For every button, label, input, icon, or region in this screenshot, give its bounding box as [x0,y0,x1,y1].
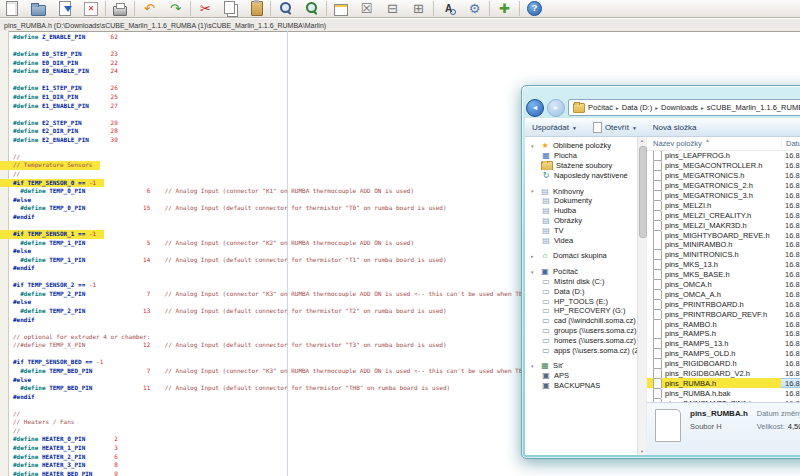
nav-item-apps-users-soma-cz-z[interactable]: ▭apps (\\users.soma.cz) (Z [531,345,637,355]
plugins-icon[interactable]: ✚ [497,1,512,16]
editor-tab-title: pins_RUMBA.h (D:\Downloads\sCUBE_Marlin_… [4,22,326,29]
file-row[interactable]: pins_RAMPS_OLD.h16.8.2018 13:57 [647,349,800,359]
nav-section-po-ta-[interactable]: ▾▣Počítač [531,267,637,277]
cascade-windows-icon[interactable]: ⊟ [385,1,400,16]
command-uspo-dat[interactable]: Uspořádat▼ [532,123,577,132]
font-zoom-icon[interactable] [441,1,456,16]
scroll-down-icon[interactable]: ▼ [638,449,646,454]
print-icon[interactable] [113,6,127,16]
file-row[interactable]: pins_MEGACONTROLLER.h16.8.2018 13:57 [647,161,800,171]
file-row[interactable]: pins_MKS_13.h16.8.2018 13:57 [647,260,800,270]
redo-icon[interactable]: ↷ [168,1,183,16]
scroll-thumb[interactable] [639,146,647,238]
new-window-icon[interactable] [334,4,348,16]
editor-toolbar: ↶↷✂☒⊟⊞⚙✚ [0,0,800,18]
nav-item-hudba[interactable]: ▤Hudba [531,206,637,216]
file-row[interactable]: pins_MKS_BASE.h16.8.2018 13:57 [647,270,800,280]
help-icon[interactable] [527,1,542,16]
save-file-icon[interactable] [59,1,71,16]
command-otev-t[interactable]: Otevřít▼ [593,122,637,133]
undo-icon[interactable]: ↶ [142,1,157,16]
nav-item-m-stn-disk-c-[interactable]: ▭Místní disk (C:) [531,277,637,287]
tree-expanded-icon[interactable]: ▾ [531,143,537,149]
file-row[interactable]: pins_RAMPS.h16.8.2018 13:57 [647,329,800,339]
nav-section-s-[interactable]: ▾▦Síť [531,361,637,371]
tree-collapsed-icon[interactable]: ▸ [531,253,537,259]
file-row[interactable]: pins_RIGIDBOARD.h16.8.2018 13:57 [647,359,800,369]
copy-icon[interactable] [224,1,235,14]
tree-expanded-icon[interactable]: ▾ [531,269,537,275]
paste-icon[interactable] [251,1,263,16]
file-row[interactable]: pins_MELZI_CREALITY.h16.8.2018 13:57 [647,210,800,220]
nav-item-hp-recovery-g-[interactable]: ▭HP_RECOVERY (G:) [531,306,637,316]
file-row[interactable]: pins_RAMPS_13.h16.8.2018 13:57 [647,339,800,349]
breadcrumb-item[interactable]: Data (D:) [622,103,652,112]
breadcrumb-item[interactable]: sCUBE_Marlin_1.1.6_RUMBA (1) [707,103,800,112]
nav-item-cad-windchill-soma-cz-[interactable]: ▭cad (\\windchill.soma.cz) [531,316,637,326]
new-file-icon[interactable] [6,1,18,16]
nav-section-dom-c-skupina[interactable]: ▸⌂Domácí skupina [531,251,637,261]
find-icon[interactable] [278,1,293,16]
file-row[interactable]: pins_MELZI_MAKR3D.h16.8.2018 13:57 [647,220,800,230]
nav-item-homes-users-soma-cz-[interactable]: ▭homes (\\users.soma.cz) [531,335,637,345]
command-nov-slo-ka[interactable]: Nová složka [653,123,697,132]
file-date: 16.8.2018 13:57 [781,359,800,368]
file-row[interactable]: pins_PRINTRBOARD.h16.8.2018 13:57 [647,299,800,309]
nav-item-aps[interactable]: ▣APS [531,371,637,381]
nav-item-backupnas[interactable]: ▣BACKUPNAS [531,381,637,391]
address-bar[interactable]: Počítač▸Data (D:)▸Downloads▸sCUBE_Marlin… [568,99,800,116]
file-date: 16.8.2018 13:57 [781,389,800,398]
editor-tab[interactable]: pins_RUMBA.h (D:\Downloads\sCUBE_Marlin_… [0,18,800,32]
tree-expanded-icon[interactable]: ▾ [531,363,537,369]
nav-item-naposledy-nav-t-ven-[interactable]: ↻Naposledy navštívené [531,170,637,180]
file-row[interactable]: pins_OMCA_A.h16.8.2018 13:57 [647,289,800,299]
settings-icon[interactable]: ⚙ [467,1,482,16]
nav-item-obr-zky[interactable]: ▤Obrázky [531,216,637,226]
close-file-icon[interactable] [84,2,98,16]
network-icon: ▦ [540,361,550,370]
file-row[interactable]: pins_LEAPFROG.h16.8.2018 13:57 [647,151,800,161]
code-line [13,273,17,282]
file-row[interactable]: pins_RIGIDBOARD_V2.h16.8.2018 13:57 [647,369,800,379]
details-pane: pins_RUMBA.h Soubor H Datum změny: 16.8.… [647,402,800,455]
nav-item-sta-en-soubory[interactable]: Stažené soubory [531,161,637,171]
back-button[interactable]: ◄ [526,99,544,117]
breadcrumb-item[interactable]: Počítač [588,103,613,112]
nav-item-groups-users-soma-cz-[interactable]: ▭groups (\\users.soma.cz) [531,326,637,336]
file-row[interactable]: pins_MIGHTYBOARD_REVE.h16.8.2018 13:57 [647,230,800,240]
nav-section-knihovny[interactable]: ▾▤Knihovny [531,186,637,196]
column-header-date[interactable]: Datum změny [782,139,800,148]
file-row[interactable]: pins_PRINTRBOARD_REVF.h16.8.2018 13:57 [647,309,800,319]
file-row[interactable]: pins_MELZI.h16.8.2018 13:57 [647,200,800,210]
nav-item-videa[interactable]: ▤Videa [531,235,637,245]
file-row[interactable]: pins_RUMBA.h.bak16.8.2018 13:57 [647,388,800,398]
breadcrumb-item[interactable]: Downloads [661,103,698,112]
file-row[interactable]: pins_MEGATRONICS.h16.8.2018 13:57 [647,171,800,181]
file-row[interactable]: pins_MINITRONICS.h16.8.2018 13:57 [647,250,800,260]
scroll-up-icon[interactable]: ▲ [638,138,646,143]
file-row[interactable]: pins_RAMBO.h16.8.2018 13:57 [647,319,800,329]
code-line: #define HEATER_1_PIN 3 [13,444,118,453]
nav-scrollbar[interactable]: ▲ ▼ [637,137,646,455]
nav-section-obl-ben-polo-ky[interactable]: ▾★Oblíbené položky [531,141,637,151]
explorer-titlebar[interactable] [525,86,800,97]
close-window-icon[interactable]: ☒ [359,1,374,16]
nav-item-data-d-[interactable]: ▭Data (D:) [531,286,637,296]
nav-item-dokumenty[interactable]: ▤Dokumenty [531,196,637,206]
cut-icon[interactable]: ✂ [198,1,213,16]
file-row[interactable]: pins_OMCA.h16.8.2018 13:57 [647,280,800,290]
nav-item-plocha[interactable]: ▦Plocha [531,151,637,161]
file-icon [653,309,662,319]
nav-item-tv[interactable]: ▤TV [531,225,637,235]
open-folder-icon[interactable] [31,5,46,16]
column-header-name[interactable]: Název položky ▲ [647,139,782,148]
file-row[interactable]: pins_MINIRAMBO.h16.8.2018 13:57 [647,240,800,250]
tree-expanded-icon[interactable]: ▾ [531,188,537,194]
tile-windows-icon[interactable]: ⊞ [411,1,426,16]
file-row[interactable]: pins_RUMBA.h16.8.2018 13:57 [647,378,800,388]
nav-item-hp-tools-e-[interactable]: ▭HP_TOOLS (E:) [531,296,637,306]
file-row[interactable]: pins_MEGATRONICS_3.h16.8.2018 13:57 [647,191,800,201]
file-row[interactable]: pins_MEGATRONICS_2.h16.8.2018 13:57 [647,181,800,191]
forward-button[interactable]: ► [547,99,565,117]
find-in-files-icon[interactable] [304,1,319,16]
